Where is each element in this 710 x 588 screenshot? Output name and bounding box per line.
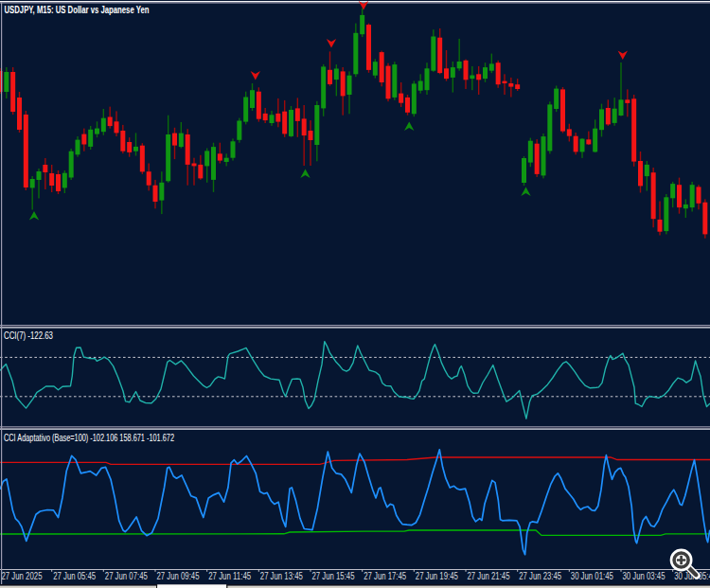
svg-text:30 Jun 01:45: 30 Jun 01:45 — [571, 571, 613, 581]
svg-text:27 Jun 09:45: 27 Jun 09:45 — [157, 571, 200, 581]
svg-text:27 Jun 2025: 27 Jun 2025 — [2, 571, 43, 581]
svg-text:27 Jun 13:45: 27 Jun 13:45 — [260, 571, 303, 581]
svg-text:27 Jun 11:45: 27 Jun 11:45 — [208, 571, 251, 581]
svg-text:27 Jun 21:45: 27 Jun 21:45 — [468, 571, 510, 581]
svg-text:27 Jun 19:45: 27 Jun 19:45 — [416, 571, 458, 581]
svg-text:CCI Adaptativo (Base=100) -102: CCI Adaptativo (Base=100) -102.106 158.6… — [4, 432, 174, 443]
svg-text:27 Jun 15:45: 27 Jun 15:45 — [312, 571, 355, 581]
svg-text:CCI(7) -122.63: CCI(7) -122.63 — [4, 330, 53, 341]
svg-text:27 Jun 07:45: 27 Jun 07:45 — [105, 571, 148, 581]
svg-text:27 Jun 05:45: 27 Jun 05:45 — [53, 571, 96, 581]
svg-text:USDJPY, M15: US Dollar vs Jap: USDJPY, M15: US Dollar vs Japanese Yen — [5, 4, 150, 15]
svg-text:27 Jun 23:45: 27 Jun 23:45 — [519, 571, 561, 581]
svg-text:30 Jun 03:45: 30 Jun 03:45 — [623, 571, 666, 581]
svg-text:27 Jun 17:45: 27 Jun 17:45 — [364, 571, 406, 581]
